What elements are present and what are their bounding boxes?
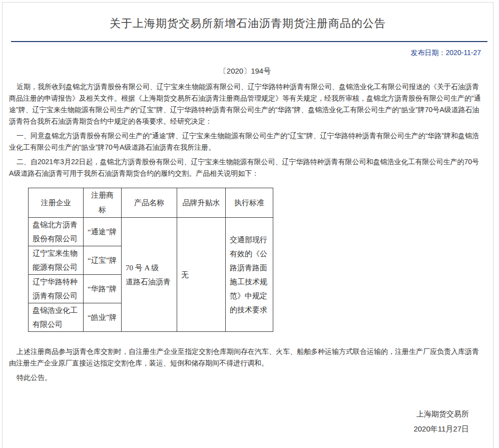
company-cell: 辽宁华路特种沥青有限公司: [29, 275, 84, 303]
publish-date-row: 发布日期：2020-11-27: [3, 42, 493, 58]
table-header-row: 注册企业 注册商标 产品名称 品牌升贴水 执行标准: [29, 188, 273, 218]
paragraph-decision-1: 一、同意盘锦北方沥青股份有限公司生产的“通途”牌、辽宁宝来生物能源有限公司生产的…: [9, 130, 481, 153]
announcement-body: 〔2020〕194号 近期，我所收到盘锦北方沥青股份有限公司、辽宁宝来生物能源有…: [3, 65, 493, 448]
product-name-line: 道路石油沥青: [126, 275, 173, 289]
header-company: 注册企业: [29, 188, 84, 218]
registered-products-table: 注册企业 注册商标 产品名称 品牌升贴水 执行标准 盘锦北方沥青股份有限公司 “…: [28, 188, 273, 332]
brand-cell: “辽宝”牌: [84, 246, 122, 275]
standard-cell: 交通部现行有效的《公路沥青路面施工技术规范》中规定的技术要求: [226, 218, 273, 332]
announcement-page: 关于上海期货交易所新增石油沥青期货注册商品的公告 发布日期：2020-11-27…: [2, 2, 493, 448]
header-brand: 注册商标: [84, 188, 122, 218]
company-cell: 盘锦北方沥青股份有限公司: [29, 218, 84, 246]
company-cell: 盘锦浩业化工有限公司: [29, 303, 84, 332]
paragraph-intro: 近期，我所收到盘锦北方沥青股份有限公司、辽宁宝来生物能源有限公司、辽宁华路特种沥…: [9, 81, 481, 127]
header-brand-premium: 品牌升贴水: [177, 188, 226, 218]
brand-cell: “皓业”牌: [84, 303, 122, 332]
paragraph-decision-2: 二、自2021年3月22日起，盘锦北方沥青股份有限公司、辽宁宝来生物能源有限公司…: [9, 156, 481, 179]
paragraph-delivery-note: 上述注册商品参与沥青仓库交割时，自注册生产企业至指定交割仓库期间存在汽车、火车、…: [9, 346, 481, 369]
doc-number: 〔2020〕194号: [9, 65, 481, 77]
header-product-name: 产品名称: [122, 188, 177, 218]
signature-block: 上海期货交易所 2020年11月27日: [9, 406, 481, 448]
company-cell: 辽宁宝来生物能源有限公司: [29, 246, 84, 275]
signature-org: 上海期货交易所: [9, 406, 469, 421]
product-name-line: 70 号 A 级: [126, 261, 173, 275]
publish-date-label: 发布日期：: [410, 49, 445, 57]
header-standard: 执行标准: [226, 188, 273, 218]
signature-date: 2020年11月27日: [9, 421, 469, 436]
page-title: 关于上海期货交易所新增石油沥青期货注册商品的公告: [3, 3, 493, 32]
publish-date-value: 2020-11-27: [445, 49, 481, 57]
table-row: 盘锦北方沥青股份有限公司 “通途”牌 70 号 A 级 道路石油沥青 无 交通部…: [29, 218, 273, 246]
product-name-cell: 70 号 A 级 道路石油沥青: [122, 218, 177, 332]
brand-premium-cell: 无: [177, 218, 226, 332]
brand-cell: “通途”牌: [84, 218, 122, 246]
brand-cell: “华路”牌: [84, 275, 122, 303]
paragraph-hereby: 特此公告。: [9, 372, 481, 383]
